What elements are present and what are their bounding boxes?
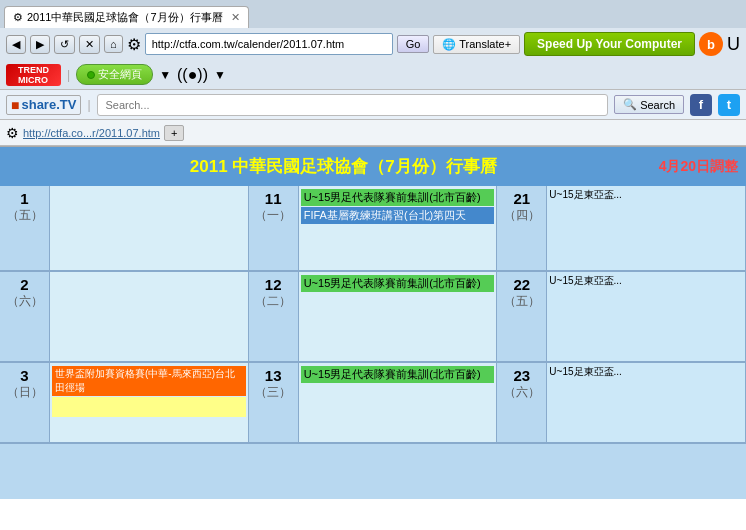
share-tv-logo[interactable]: ■ share.TV: [6, 95, 81, 115]
day-events-11: U~15男足代表隊賽前集訓(北市百齡) FIFA基層教練班講習(台北)第四天: [299, 186, 498, 271]
day-events-13: U~15男足代表隊賽前集訓(北市百齡): [299, 363, 498, 443]
stop-button[interactable]: ✕: [79, 35, 100, 54]
forward-button[interactable]: ▶: [30, 35, 50, 54]
stop-icon: ✕: [85, 38, 94, 51]
day-number-21: 21 （四）: [497, 186, 547, 271]
day-number-11: 11 （一）: [249, 186, 299, 271]
wifi-icon[interactable]: ((●)): [177, 66, 208, 84]
day-number-13: 13 （三）: [249, 363, 299, 443]
trend-micro-logo: TRENDMICRO: [6, 64, 61, 86]
event-u15-2[interactable]: U~15男足代表隊賽前集訓(北市百齡): [301, 275, 495, 292]
active-tab[interactable]: ⚙ 2011中華民國足球協會（7月份）行事曆 ✕: [4, 6, 249, 28]
twitter-icon[interactable]: t: [718, 94, 740, 116]
go-label: Go: [406, 38, 421, 50]
safe-web-button[interactable]: 安全網頁: [76, 64, 153, 85]
calendar-wrapper: 2011 中華民國足球協會（7月份）行事曆 4月20日調整 1 （五） 11 （…: [0, 147, 746, 499]
event-fifa-1[interactable]: FIFA基層教練班講習(台北)第四天: [301, 207, 495, 224]
wifi-arrow[interactable]: ▼: [214, 68, 226, 82]
add-tab-button[interactable]: +: [164, 125, 184, 141]
safe-label: 安全網頁: [98, 67, 142, 82]
back-button[interactable]: ◀: [6, 35, 26, 54]
settings-icon[interactable]: ⚙: [127, 35, 141, 54]
translate-label: Translate+: [459, 38, 511, 50]
day-events-21: U~15足東亞盃...: [547, 186, 746, 271]
translate-icon: 🌐: [442, 38, 456, 50]
day-number-12: 12 （二）: [249, 272, 299, 362]
dropdown-arrow[interactable]: ▼: [159, 68, 171, 82]
calendar-header: 2011 中華民國足球協會（7月份）行事曆 4月20日調整: [0, 147, 746, 186]
facebook-icon[interactable]: f: [690, 94, 712, 116]
translate-button[interactable]: 🌐 Translate+: [433, 35, 520, 54]
day-number-2: 2 （六）: [0, 272, 50, 362]
share-label: share.TV: [21, 97, 76, 112]
search-input[interactable]: [97, 94, 609, 116]
share-icon: ■: [11, 97, 19, 113]
day-number-22: 22 （五）: [497, 272, 547, 362]
calendar-title: 2011 中華民國足球協會（7月份）行事曆: [28, 155, 659, 178]
day-events-22: U~15足東亞盃...: [547, 272, 746, 362]
refresh-button[interactable]: ↺: [54, 35, 75, 54]
back-icon: ◀: [12, 38, 20, 51]
day-number-1: 1 （五）: [0, 186, 50, 271]
home-button[interactable]: ⌂: [104, 35, 123, 53]
separator2: |: [87, 98, 90, 112]
safe-dot: [87, 71, 95, 79]
search-icon: 🔍: [623, 98, 637, 111]
event-u15-1[interactable]: U~15男足代表隊賽前集訓(北市百齡): [301, 189, 495, 206]
day-number-3: 3 （日）: [0, 363, 50, 443]
tab-icon: ⚙: [13, 11, 23, 24]
bitdefender-icon: b: [699, 32, 723, 56]
day-events-2: [50, 272, 249, 362]
event-yellow-3: [52, 397, 246, 417]
event-u15-east-1[interactable]: U~15足東亞盃...: [549, 188, 743, 202]
extra-btn[interactable]: U: [727, 34, 740, 55]
separator: |: [67, 68, 70, 82]
day-number-23: 23 （六）: [497, 363, 547, 443]
breadcrumb-url[interactable]: http://ctfa.co...r/2011.07.htm: [23, 127, 160, 139]
url-input[interactable]: [145, 33, 393, 55]
tab-close-icon[interactable]: ✕: [231, 11, 240, 24]
event-worldcup[interactable]: 世界盃附加賽資格賽(中華-馬來西亞)台北田徑場: [52, 366, 246, 396]
page-icon: ⚙: [6, 125, 19, 141]
search-label: Search: [640, 99, 675, 111]
event-u15-east-2[interactable]: U~15足東亞盃...: [549, 274, 743, 288]
day-events-1: [50, 186, 249, 271]
tab-label: 2011中華民國足球協會（7月份）行事曆: [27, 10, 223, 25]
event-u15-east-3[interactable]: U~15足東亞盃...: [549, 365, 743, 379]
refresh-icon: ↺: [60, 38, 69, 51]
day-events-3: 世界盃附加賽資格賽(中華-馬來西亞)台北田徑場: [50, 363, 249, 443]
go-button[interactable]: Go: [397, 35, 430, 53]
speed-up-button[interactable]: Speed Up Your Computer: [524, 32, 695, 56]
day-events-12: U~15男足代表隊賽前集訓(北市百齡): [299, 272, 498, 362]
search-button[interactable]: 🔍 Search: [614, 95, 684, 114]
event-u15-3[interactable]: U~15男足代表隊賽前集訓(北市百齡): [301, 366, 495, 383]
day-events-23: U~15足東亞盃...: [547, 363, 746, 443]
forward-icon: ▶: [36, 38, 44, 51]
speed-label: Speed Up Your Computer: [537, 37, 682, 51]
calendar-date-adj: 4月20日調整: [659, 158, 738, 176]
trend-img: TRENDMICRO: [6, 64, 61, 86]
home-icon: ⌂: [110, 38, 117, 50]
